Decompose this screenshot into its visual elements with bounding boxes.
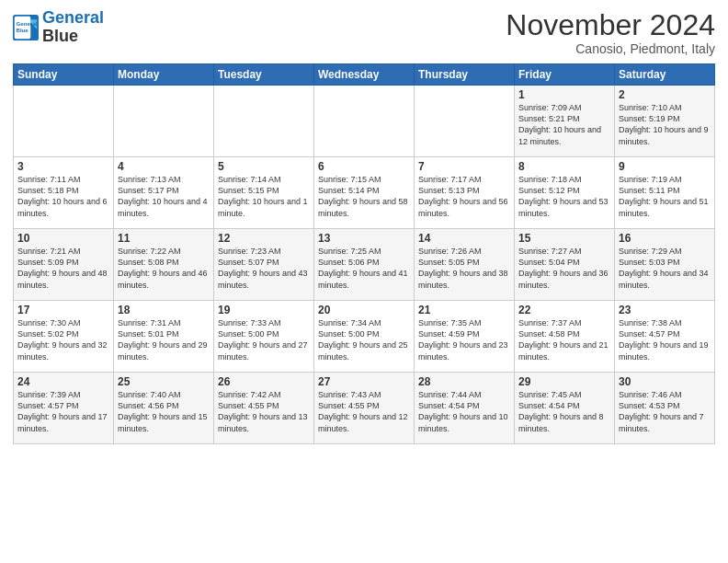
day-info: Sunrise: 7:18 AM Sunset: 5:12 PM Dayligh…: [518, 174, 610, 219]
day-info: Sunrise: 7:27 AM Sunset: 5:04 PM Dayligh…: [518, 246, 610, 291]
day-cell: 17Sunrise: 7:30 AM Sunset: 5:02 PM Dayli…: [14, 301, 114, 373]
day-cell: 8Sunrise: 7:18 AM Sunset: 5:12 PM Daylig…: [515, 157, 615, 229]
day-info: Sunrise: 7:22 AM Sunset: 5:08 PM Dayligh…: [118, 246, 210, 291]
logo-text: GeneralBlue: [42, 9, 104, 46]
header-cell-monday: Monday: [114, 64, 214, 86]
header-cell-tuesday: Tuesday: [214, 64, 314, 86]
day-info: Sunrise: 7:26 AM Sunset: 5:05 PM Dayligh…: [418, 246, 510, 291]
day-cell: 22Sunrise: 7:37 AM Sunset: 4:58 PM Dayli…: [515, 301, 615, 373]
day-number: 10: [17, 232, 109, 245]
week-row-4: 24Sunrise: 7:39 AM Sunset: 4:57 PM Dayli…: [14, 373, 715, 444]
week-row-3: 17Sunrise: 7:30 AM Sunset: 5:02 PM Dayli…: [14, 301, 715, 373]
title-block: November 2024 Canosio, Piedmont, Italy: [506, 9, 715, 56]
day-number: 25: [118, 375, 210, 388]
day-number: 26: [218, 375, 310, 388]
week-row-1: 3Sunrise: 7:11 AM Sunset: 5:18 PM Daylig…: [14, 157, 715, 229]
day-number: 17: [17, 304, 109, 316]
day-number: 5: [218, 160, 310, 173]
subtitle: Canosio, Piedmont, Italy: [506, 41, 715, 56]
day-cell: 25Sunrise: 7:40 AM Sunset: 4:56 PM Dayli…: [114, 373, 214, 444]
day-number: 16: [619, 232, 711, 245]
day-info: Sunrise: 7:40 AM Sunset: 4:56 PM Dayligh…: [118, 389, 210, 434]
day-info: Sunrise: 7:39 AM Sunset: 4:57 PM Dayligh…: [17, 389, 109, 434]
day-info: Sunrise: 7:44 AM Sunset: 4:54 PM Dayligh…: [418, 389, 510, 434]
header-cell-saturday: Saturday: [615, 64, 715, 86]
day-cell: 3Sunrise: 7:11 AM Sunset: 5:18 PM Daylig…: [14, 157, 114, 229]
day-number: 4: [118, 160, 210, 173]
day-cell: 5Sunrise: 7:14 AM Sunset: 5:15 PM Daylig…: [214, 157, 314, 229]
header-cell-friday: Friday: [515, 64, 615, 86]
day-cell: 19Sunrise: 7:33 AM Sunset: 5:00 PM Dayli…: [214, 301, 314, 373]
day-number: 19: [218, 304, 310, 316]
day-cell: [214, 86, 314, 157]
day-info: Sunrise: 7:31 AM Sunset: 5:01 PM Dayligh…: [118, 317, 210, 362]
day-number: 14: [418, 232, 510, 245]
header-cell-sunday: Sunday: [14, 64, 114, 86]
day-info: Sunrise: 7:19 AM Sunset: 5:11 PM Dayligh…: [619, 174, 711, 219]
day-cell: 28Sunrise: 7:44 AM Sunset: 4:54 PM Dayli…: [415, 373, 515, 444]
day-cell: 7Sunrise: 7:17 AM Sunset: 5:13 PM Daylig…: [415, 157, 515, 229]
day-info: Sunrise: 7:33 AM Sunset: 5:00 PM Dayligh…: [218, 317, 310, 362]
day-cell: 6Sunrise: 7:15 AM Sunset: 5:14 PM Daylig…: [314, 157, 415, 229]
day-cell: 13Sunrise: 7:25 AM Sunset: 5:06 PM Dayli…: [314, 229, 415, 301]
day-info: Sunrise: 7:46 AM Sunset: 4:53 PM Dayligh…: [619, 389, 711, 434]
week-row-2: 10Sunrise: 7:21 AM Sunset: 5:09 PM Dayli…: [14, 229, 715, 301]
day-number: 23: [619, 304, 711, 316]
day-info: Sunrise: 7:09 AM Sunset: 5:21 PM Dayligh…: [518, 102, 610, 147]
header-row: SundayMondayTuesdayWednesdayThursdayFrid…: [14, 64, 715, 86]
day-number: 12: [218, 232, 310, 245]
day-cell: [415, 86, 515, 157]
day-number: 2: [619, 88, 711, 101]
day-info: Sunrise: 7:43 AM Sunset: 4:55 PM Dayligh…: [318, 389, 410, 434]
svg-text:General: General: [17, 20, 38, 27]
header: General Blue GeneralBlue November 2024 C…: [13, 9, 715, 56]
day-info: Sunrise: 7:34 AM Sunset: 5:00 PM Dayligh…: [318, 317, 410, 362]
day-number: 30: [619, 375, 711, 388]
day-cell: 1Sunrise: 7:09 AM Sunset: 5:21 PM Daylig…: [515, 86, 615, 157]
day-cell: 10Sunrise: 7:21 AM Sunset: 5:09 PM Dayli…: [14, 229, 114, 301]
day-number: 27: [318, 375, 410, 388]
day-cell: 14Sunrise: 7:26 AM Sunset: 5:05 PM Dayli…: [415, 229, 515, 301]
svg-text:Blue: Blue: [17, 27, 29, 33]
week-row-0: 1Sunrise: 7:09 AM Sunset: 5:21 PM Daylig…: [14, 86, 715, 157]
logo: General Blue GeneralBlue: [13, 9, 104, 46]
day-info: Sunrise: 7:30 AM Sunset: 5:02 PM Dayligh…: [17, 317, 109, 362]
day-info: Sunrise: 7:17 AM Sunset: 5:13 PM Dayligh…: [418, 174, 510, 219]
day-number: 11: [118, 232, 210, 245]
day-info: Sunrise: 7:23 AM Sunset: 5:07 PM Dayligh…: [218, 246, 310, 291]
day-cell: 20Sunrise: 7:34 AM Sunset: 5:00 PM Dayli…: [314, 301, 415, 373]
day-cell: 9Sunrise: 7:19 AM Sunset: 5:11 PM Daylig…: [615, 157, 715, 229]
day-info: Sunrise: 7:11 AM Sunset: 5:18 PM Dayligh…: [17, 174, 109, 219]
day-info: Sunrise: 7:45 AM Sunset: 4:54 PM Dayligh…: [518, 389, 610, 434]
day-number: 20: [318, 304, 410, 316]
day-cell: [14, 86, 114, 157]
day-info: Sunrise: 7:14 AM Sunset: 5:15 PM Dayligh…: [218, 174, 310, 219]
day-number: 15: [518, 232, 610, 245]
day-cell: 27Sunrise: 7:43 AM Sunset: 4:55 PM Dayli…: [314, 373, 415, 444]
day-cell: 12Sunrise: 7:23 AM Sunset: 5:07 PM Dayli…: [214, 229, 314, 301]
day-number: 8: [518, 160, 610, 173]
day-number: 6: [318, 160, 410, 173]
day-cell: 16Sunrise: 7:29 AM Sunset: 5:03 PM Dayli…: [615, 229, 715, 301]
month-title: November 2024: [506, 9, 715, 41]
day-number: 1: [518, 88, 610, 101]
day-info: Sunrise: 7:29 AM Sunset: 5:03 PM Dayligh…: [619, 246, 711, 291]
day-info: Sunrise: 7:38 AM Sunset: 4:57 PM Dayligh…: [619, 317, 711, 362]
day-cell: 30Sunrise: 7:46 AM Sunset: 4:53 PM Dayli…: [615, 373, 715, 444]
day-info: Sunrise: 7:37 AM Sunset: 4:58 PM Dayligh…: [518, 317, 610, 362]
day-info: Sunrise: 7:10 AM Sunset: 5:19 PM Dayligh…: [619, 102, 711, 147]
day-cell: 4Sunrise: 7:13 AM Sunset: 5:17 PM Daylig…: [114, 157, 214, 229]
day-info: Sunrise: 7:13 AM Sunset: 5:17 PM Dayligh…: [118, 174, 210, 219]
day-number: 24: [17, 375, 109, 388]
day-number: 18: [118, 304, 210, 316]
day-info: Sunrise: 7:35 AM Sunset: 4:59 PM Dayligh…: [418, 317, 510, 362]
day-cell: 11Sunrise: 7:22 AM Sunset: 5:08 PM Dayli…: [114, 229, 214, 301]
day-cell: 2Sunrise: 7:10 AM Sunset: 5:19 PM Daylig…: [615, 86, 715, 157]
day-info: Sunrise: 7:42 AM Sunset: 4:55 PM Dayligh…: [218, 389, 310, 434]
calendar-table: SundayMondayTuesdayWednesdayThursdayFrid…: [13, 63, 715, 444]
day-info: Sunrise: 7:25 AM Sunset: 5:06 PM Dayligh…: [318, 246, 410, 291]
day-cell: 26Sunrise: 7:42 AM Sunset: 4:55 PM Dayli…: [214, 373, 314, 444]
day-cell: 23Sunrise: 7:38 AM Sunset: 4:57 PM Dayli…: [615, 301, 715, 373]
day-number: 7: [418, 160, 510, 173]
day-cell: 24Sunrise: 7:39 AM Sunset: 4:57 PM Dayli…: [14, 373, 114, 444]
